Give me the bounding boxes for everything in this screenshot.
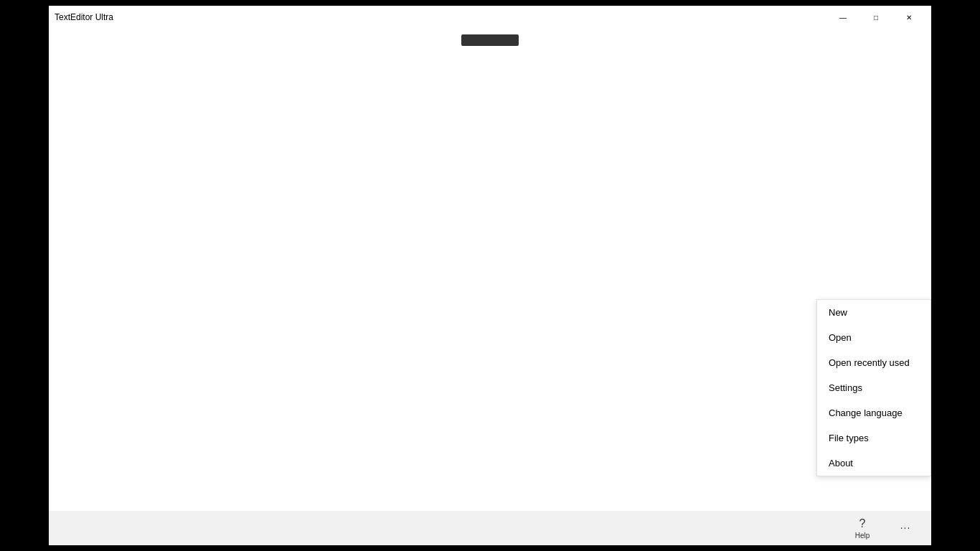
window-controls: — □ ✕ <box>826 6 925 29</box>
menu-item-change-language[interactable]: Change language <box>817 400 930 425</box>
context-menu: New Open Open recently used Settings Cha… <box>816 299 931 476</box>
menu-item-file-types[interactable]: File types <box>817 425 930 451</box>
statusbar: ? Help ··· <box>49 511 931 545</box>
menu-item-settings[interactable]: Settings <box>817 375 930 400</box>
app-window: TextEditor Ultra — □ ✕ New Open Open rec… <box>49 6 931 545</box>
menu-item-about[interactable]: About <box>817 451 930 476</box>
maximize-button[interactable]: □ <box>859 6 892 29</box>
toolbar <box>49 29 931 52</box>
menu-item-open-recently-used[interactable]: Open recently used <box>817 350 930 375</box>
help-button[interactable]: ? Help <box>842 512 882 544</box>
toolbar-strip <box>461 34 519 46</box>
minimize-button[interactable]: — <box>826 6 859 29</box>
help-icon: ? <box>859 517 866 530</box>
help-label: Help <box>855 532 870 540</box>
menu-item-new[interactable]: New <box>817 300 930 325</box>
close-button[interactable]: ✕ <box>892 6 925 29</box>
more-button[interactable]: ··· <box>885 512 925 544</box>
editor-area[interactable]: New Open Open recently used Settings Cha… <box>49 29 931 511</box>
titlebar: TextEditor Ultra — □ ✕ <box>49 6 931 29</box>
more-icon: ··· <box>900 522 911 533</box>
menu-item-open[interactable]: Open <box>817 325 930 350</box>
window-title: TextEditor Ultra <box>55 12 113 22</box>
